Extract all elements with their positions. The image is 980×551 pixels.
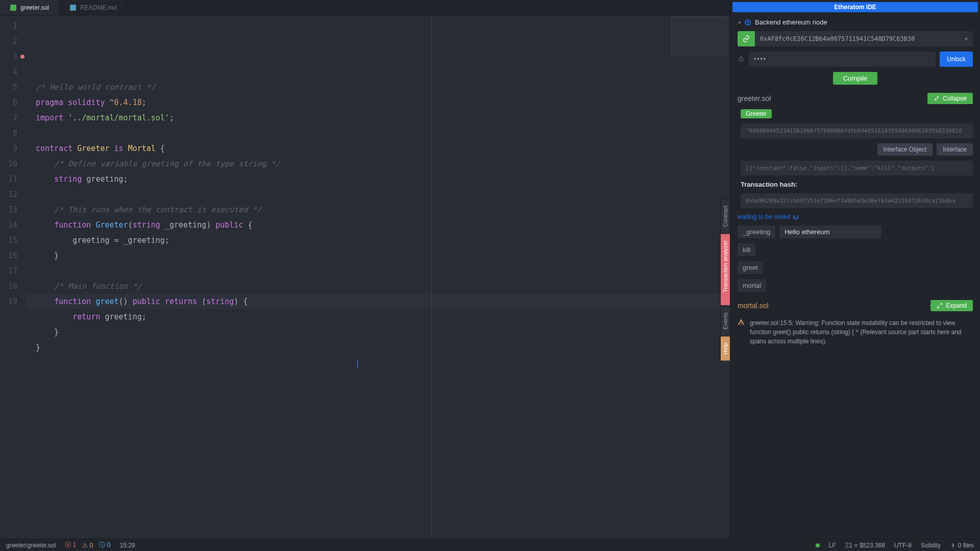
status-file-path[interactable]: greeter/greeter.sol [6, 542, 56, 549]
compiled-file-name: greeter.sol [738, 94, 771, 103]
code-line[interactable]: return greeting; [26, 309, 730, 324]
interface-button[interactable]: Interface [937, 143, 973, 156]
compile-button[interactable]: Compile [833, 72, 878, 85]
fn-mortal-button[interactable]: mortal [738, 279, 766, 292]
error-dot-icon [723, 295, 727, 299]
code-line[interactable]: pragma solidity ^0.4.18; [26, 95, 730, 110]
line-number-gutter: 12345678910111213141516171819 [0, 15, 26, 539]
code-line[interactable]: /* This runs when the contract is execut… [26, 202, 730, 217]
expand-icon [937, 303, 943, 309]
fn-greet-button[interactable]: greet [738, 261, 763, 274]
markdown-file-icon [70, 5, 76, 11]
link-icon [743, 35, 750, 42]
collapse-button[interactable]: Collapse [927, 93, 973, 104]
etheratom-panel: Contract Transaction analyzer Events Hel… [730, 0, 980, 539]
error-count-icon[interactable]: ⓧ 1 [65, 541, 76, 549]
code-line[interactable]: function greet() public returns (string)… [26, 294, 730, 309]
svg-rect-0 [739, 58, 743, 61]
tx-hash-label: Transaction hash: [741, 181, 973, 188]
unlock-button[interactable]: Unlock [940, 52, 973, 67]
code-line[interactable]: import '../mortal/mortal.sol'; [26, 110, 730, 126]
fn-kill-button[interactable]: kill [738, 243, 755, 256]
bytecode-box[interactable]: "6060604052341561000f57600080fd5b6040516… [741, 123, 973, 138]
tab-label: README.md [80, 4, 116, 11]
language-mode[interactable]: Solidity [921, 542, 941, 549]
vtab-transaction-analyzer[interactable]: Transaction analyzer [720, 234, 730, 306]
svg-rect-2 [741, 323, 741, 324]
interface-object-button[interactable]: Interface Object [877, 143, 933, 156]
address-select[interactable]: 0xAF8fc0cE26C12B64a0075711941C548D79C63B… [755, 31, 973, 46]
panel-title: Etheratom IDE [732, 2, 978, 12]
fn-param-label: _greeting [738, 226, 775, 238]
tab-readme[interactable]: README.md [60, 0, 127, 15]
code-line[interactable] [26, 263, 730, 279]
code-line[interactable] [26, 126, 730, 141]
vtab-events[interactable]: Events [720, 306, 730, 336]
code-line[interactable]: string greeting; [26, 171, 730, 187]
code-line[interactable]: /* Main function */ [26, 279, 730, 294]
warning-icon [738, 318, 745, 346]
code-line[interactable]: contract Greeter is Mortal { [26, 141, 730, 156]
tab-label: greeter.sol [20, 4, 49, 11]
svg-rect-1 [741, 321, 741, 323]
chevron-left-icon[interactable]: ◂ [738, 19, 741, 26]
solidity-file-icon [10, 5, 16, 11]
tx-hash-box[interactable]: 0xbd96209a327cbb97551e7106ef3a895e3e30ef… [741, 193, 973, 208]
node-selector-row: ◂ Backend ethereum node [738, 18, 973, 26]
address-value: 0xAF8fc0cE26C12B64a0075711941C548D79C63B… [760, 35, 915, 42]
vtab-contract[interactable]: Contract [720, 199, 730, 234]
connection-status-icon[interactable] [816, 543, 820, 547]
git-files[interactable]: 0 files [950, 542, 974, 549]
tab-greeter[interactable]: greeter.sol [0, 0, 60, 15]
code-line[interactable]: greeting = _greeting; [26, 233, 730, 248]
vtab-help[interactable]: Help [720, 336, 730, 361]
chevron-down-icon: ▼ [965, 36, 968, 42]
warning-row: greeter.sol:15:5: Warning: Function stat… [738, 318, 973, 346]
minimap[interactable] [671, 16, 727, 55]
code-line[interactable]: } [26, 340, 730, 355]
lock-icon [738, 56, 745, 63]
spinner-icon [793, 214, 798, 219]
link-address-button[interactable] [738, 31, 755, 46]
password-input[interactable] [749, 52, 936, 67]
collapse-icon [934, 95, 940, 102]
text-cursor [357, 360, 358, 369]
wrap-guide [431, 15, 432, 539]
mining-status: waiting to be mined [738, 213, 973, 220]
radio-selected-icon[interactable] [745, 19, 751, 26]
code-line[interactable]: function Greeter(string _greeting) publi… [26, 217, 730, 233]
code-line[interactable]: /* Hello world contract */ [26, 80, 730, 95]
expand-button[interactable]: Expand [930, 300, 973, 311]
warn-count-icon[interactable]: ⚠ 0 [82, 542, 93, 549]
line-ending[interactable]: LF [829, 542, 836, 549]
svg-point-3 [952, 544, 953, 546]
tab-bar: greeter.sol README.md [0, 0, 730, 15]
contract-badge[interactable]: Greeter [741, 109, 772, 118]
encoding[interactable]: UTF-8 [894, 542, 912, 549]
node-label: Backend ethereum node [755, 18, 827, 26]
warning-text: greeter.sol:15:5: Warning: Function stat… [750, 318, 973, 346]
git-icon [950, 542, 956, 548]
cursor-position[interactable]: 15:29 [119, 542, 135, 549]
compiled-file-name-2: mortal.sol [738, 302, 769, 310]
status-bar: greeter/greeter.sol ⓧ 1 ⚠ 0 ⓘ 0 15:29 LF… [0, 539, 980, 551]
interface-json-box[interactable]: [{"constant":false,"inputs":[],"name":"k… [741, 161, 973, 176]
eth-price[interactable]: Ξ1 = $523.368 [845, 542, 885, 549]
code-line[interactable]: } [26, 248, 730, 263]
code-area[interactable]: /* Hello world contract */pragma solidit… [26, 15, 730, 539]
code-line[interactable] [26, 355, 730, 370]
code-line[interactable]: } [26, 324, 730, 340]
code-editor[interactable]: 12345678910111213141516171819 /* Hello w… [0, 15, 730, 539]
info-count-icon[interactable]: ⓘ 0 [99, 541, 110, 549]
fn-param-input[interactable] [779, 226, 881, 238]
code-line[interactable] [26, 187, 730, 202]
code-line[interactable]: /* Define variable greeting of the type … [26, 156, 730, 171]
